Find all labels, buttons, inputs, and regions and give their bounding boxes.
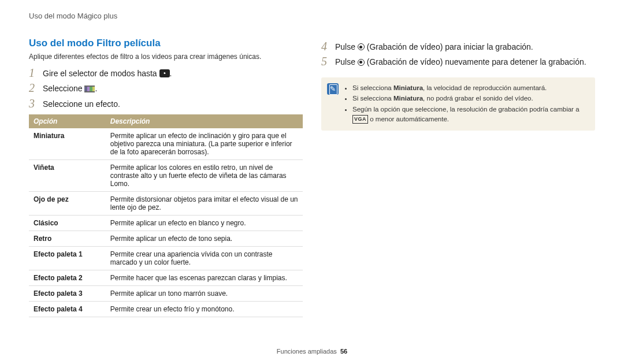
note-text: Si selecciona bbox=[352, 95, 393, 102]
option-name: Ojo de pez bbox=[29, 191, 106, 215]
step-number: 3 bbox=[29, 97, 38, 110]
note-text: o menor automáticamente. bbox=[368, 116, 449, 122]
table-row: MiniaturaPermite aplicar un efecto de in… bbox=[29, 128, 303, 160]
note-box: Si selecciona Miniatura, la velocidad de… bbox=[321, 77, 595, 131]
vga-label: VGA bbox=[352, 115, 368, 124]
section-title: Uso del modo Filtro película bbox=[29, 38, 303, 49]
option-description: Permite distorsionar objetos para imitar… bbox=[106, 191, 303, 215]
film-filter-icon bbox=[84, 86, 95, 92]
step-text-post: (Grabación de vídeo) para iniciar la gra… bbox=[365, 42, 533, 51]
option-description: Permite aplicar un efecto en blanco y ne… bbox=[106, 215, 303, 231]
table-row: ClásicoPermite aplicar un efecto en blan… bbox=[29, 215, 303, 231]
table-row: Efecto paleta 3Permite aplicar un tono m… bbox=[29, 285, 303, 301]
step-text-post: . bbox=[170, 69, 172, 78]
table-header-description: Descripción bbox=[106, 114, 303, 128]
step-number: 5 bbox=[321, 55, 330, 68]
table-row: Efecto paleta 1Permite crear una aparien… bbox=[29, 246, 303, 270]
note-item: Según la opción que seleccione, la resol… bbox=[352, 105, 588, 124]
step-number: 1 bbox=[29, 66, 38, 79]
note-icon bbox=[327, 83, 339, 95]
step-text-pre: Gire el selector de modos hasta bbox=[43, 69, 159, 78]
step-number: 4 bbox=[321, 40, 330, 53]
step-text-post: (Grabación de vídeo) nuevamente para det… bbox=[365, 57, 586, 66]
note-bold: Miniatura bbox=[393, 84, 423, 91]
step-text: Seleccione un efecto. bbox=[43, 97, 120, 110]
steps-right: 4 Pulse (Grabación de vídeo) para inicia… bbox=[321, 40, 595, 68]
step-text: Pulse (Grabación de vídeo) nuevamente pa… bbox=[335, 55, 586, 68]
table-header-option: Opción bbox=[29, 114, 106, 128]
option-description: Permite hacer que las escenas parezcan c… bbox=[106, 270, 303, 285]
option-description: Permite aplicar un efecto de tono sepia. bbox=[106, 231, 303, 246]
page-footer: Funciones ampliadas 56 bbox=[0, 348, 624, 355]
left-column: Uso del modo Filtro película Aplique dif… bbox=[29, 38, 303, 317]
option-description: Permite crear un efecto frío y monótono. bbox=[106, 301, 303, 317]
option-name: Efecto paleta 2 bbox=[29, 270, 106, 285]
option-description: Permite crear una apariencia vívida con … bbox=[106, 246, 303, 270]
record-icon bbox=[358, 43, 365, 50]
option-description: Permite aplicar un tono marrón suave. bbox=[106, 285, 303, 301]
footer-label: Funciones ampliadas bbox=[277, 348, 337, 355]
note-bold: Miniatura bbox=[393, 95, 423, 102]
table-row: Efecto paleta 2Permite hacer que las esc… bbox=[29, 270, 303, 285]
option-description: Permite aplicar los colores en estilo re… bbox=[106, 159, 303, 191]
note-text: Según la opción que seleccione, la resol… bbox=[352, 106, 580, 113]
step-text-pre: Seleccione bbox=[43, 84, 84, 93]
step-number: 2 bbox=[29, 81, 38, 94]
table-row: Efecto paleta 4Permite crear un efecto f… bbox=[29, 301, 303, 317]
intro-text: Aplique diferentes efectos de filtro a l… bbox=[29, 53, 303, 61]
step-text-pre: Pulse bbox=[335, 42, 358, 51]
step-text-post: . bbox=[95, 84, 97, 93]
option-description: Permite aplicar un efecto de inclinación… bbox=[106, 128, 303, 160]
option-name: Miniatura bbox=[29, 128, 106, 160]
footer-page-number: 56 bbox=[340, 348, 347, 355]
option-name: Viñeta bbox=[29, 159, 106, 191]
right-column: 4 Pulse (Grabación de vídeo) para inicia… bbox=[321, 38, 595, 317]
note-item: Si selecciona Miniatura, la velocidad de… bbox=[352, 83, 588, 93]
note-text: , no podrá grabar el sonido del vídeo. bbox=[423, 95, 533, 102]
step-text: Seleccione . bbox=[43, 81, 97, 94]
step-text: Gire el selector de modos hasta . bbox=[43, 66, 172, 79]
table-row: ViñetaPermite aplicar los colores en est… bbox=[29, 159, 303, 191]
step-text-pre: Pulse bbox=[335, 57, 358, 66]
table-row: Ojo de pezPermite distorsionar objetos p… bbox=[29, 191, 303, 215]
note-text: , la velocidad de reproducción aumentará… bbox=[423, 84, 547, 91]
option-name: Efecto paleta 4 bbox=[29, 301, 106, 317]
note-list: Si selecciona Miniatura, la velocidad de… bbox=[344, 83, 588, 125]
options-table: Opción Descripción MiniaturaPermite apli… bbox=[29, 114, 303, 317]
option-name: Efecto paleta 3 bbox=[29, 285, 106, 301]
table-row: RetroPermite aplicar un efecto de tono s… bbox=[29, 231, 303, 246]
record-icon bbox=[358, 59, 365, 66]
note-text: Si selecciona bbox=[352, 84, 393, 91]
note-item: Si selecciona Miniatura, no podrá grabar… bbox=[352, 94, 588, 103]
mode-dial-icon bbox=[159, 69, 170, 77]
option-name: Retro bbox=[29, 231, 106, 246]
steps-left: 1 Gire el selector de modos hasta . 2 Se… bbox=[29, 66, 303, 110]
option-name: Clásico bbox=[29, 215, 106, 231]
option-name: Efecto paleta 1 bbox=[29, 246, 106, 270]
breadcrumb: Uso del modo Mágico plus bbox=[29, 12, 595, 20]
step-text: Pulse (Grabación de vídeo) para iniciar … bbox=[335, 40, 533, 53]
